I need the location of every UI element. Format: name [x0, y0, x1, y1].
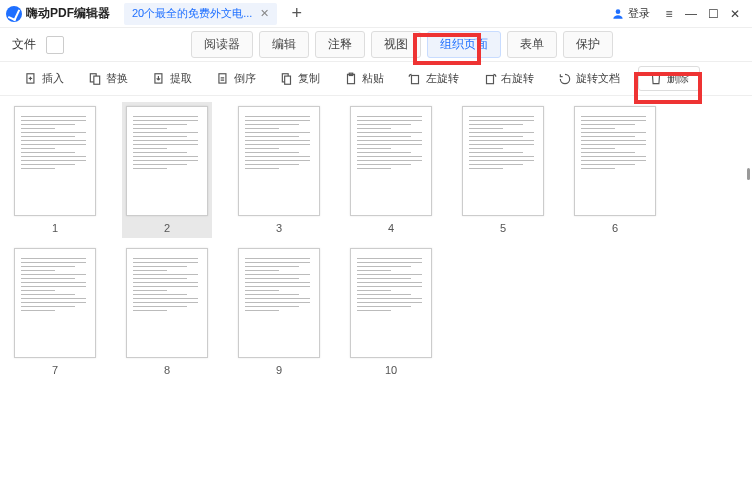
close-button[interactable]: ✕	[726, 7, 744, 21]
page-number: 7	[52, 364, 58, 376]
delete-icon	[649, 72, 663, 86]
svg-point-0	[616, 9, 621, 14]
tool-rotate-left[interactable]: 左旋转	[402, 68, 465, 89]
document-tab[interactable]: 20个最全的免费外文电... ✕	[124, 3, 277, 25]
user-icon	[611, 7, 625, 21]
page-number: 9	[276, 364, 282, 376]
tab-阅读器[interactable]: 阅读器	[191, 31, 253, 58]
svg-rect-7	[219, 73, 226, 82]
tool-paste[interactable]: 粘贴	[338, 68, 390, 89]
tool-rotate-right[interactable]: 右旋转	[477, 68, 540, 89]
page-number: 5	[500, 222, 506, 234]
file-menu[interactable]: 文件	[12, 36, 36, 53]
tab-编辑[interactable]: 编辑	[259, 31, 309, 58]
page-thumb-8[interactable]: 8	[126, 248, 208, 376]
page-thumb-6[interactable]: 6	[574, 106, 656, 234]
tool-extract[interactable]: 提取	[146, 68, 198, 89]
page-thumb-2[interactable]: 2	[122, 102, 212, 238]
page-number: 1	[52, 222, 58, 234]
tab-注释[interactable]: 注释	[315, 31, 365, 58]
svg-rect-5	[94, 76, 100, 84]
page-number: 4	[388, 222, 394, 234]
minimize-button[interactable]: —	[682, 7, 700, 21]
page-thumb-9[interactable]: 9	[238, 248, 320, 376]
page-number: 6	[612, 222, 618, 234]
app-name: 嗨动PDF编辑器	[26, 5, 110, 22]
maximize-button[interactable]: ☐	[704, 7, 722, 21]
scrollbar-thumb[interactable]	[747, 168, 750, 180]
svg-rect-13	[487, 75, 494, 83]
tool-copy[interactable]: 复制	[274, 68, 326, 89]
paste-icon	[344, 72, 358, 86]
new-tab-button[interactable]: +	[291, 3, 302, 24]
tool-reverse[interactable]: 倒序	[210, 68, 262, 89]
tab-视图[interactable]: 视图	[371, 31, 421, 58]
tool-replace[interactable]: 替换	[82, 68, 134, 89]
tab-title: 20个最全的免费外文电...	[132, 6, 252, 21]
replace-icon	[88, 72, 102, 86]
page-thumb-10[interactable]: 10	[350, 248, 432, 376]
rotate-right-icon	[483, 72, 497, 86]
login-button[interactable]: 登录	[611, 6, 650, 21]
rotate-left-icon	[408, 72, 422, 86]
tab-保护[interactable]: 保护	[563, 31, 613, 58]
tab-表单[interactable]: 表单	[507, 31, 557, 58]
svg-rect-12	[412, 75, 419, 83]
page-number: 2	[164, 222, 170, 234]
app-logo-icon	[6, 6, 22, 22]
page-thumb-3[interactable]: 3	[238, 106, 320, 234]
tool-rotate-doc[interactable]: 旋转文档	[552, 68, 626, 89]
page-thumb-1[interactable]: 1	[14, 106, 96, 234]
page-number: 10	[385, 364, 397, 376]
rotate-doc-icon	[558, 72, 572, 86]
copy-icon	[280, 72, 294, 86]
insert-icon	[24, 72, 38, 86]
page-thumb-7[interactable]: 7	[14, 248, 96, 376]
page-thumb-4[interactable]: 4	[350, 106, 432, 234]
tool-insert[interactable]: 插入	[18, 68, 70, 89]
page-number: 3	[276, 222, 282, 234]
tab-组织页面[interactable]: 组织页面	[427, 31, 501, 58]
reverse-icon	[216, 72, 230, 86]
save-icon[interactable]	[46, 36, 64, 54]
page-thumb-5[interactable]: 5	[462, 106, 544, 234]
svg-rect-9	[285, 76, 291, 84]
tool-delete[interactable]: 删除	[638, 66, 700, 91]
extract-icon	[152, 72, 166, 86]
menu-icon[interactable]: ≡	[660, 7, 678, 21]
close-tab-icon[interactable]: ✕	[260, 7, 269, 20]
page-number: 8	[164, 364, 170, 376]
